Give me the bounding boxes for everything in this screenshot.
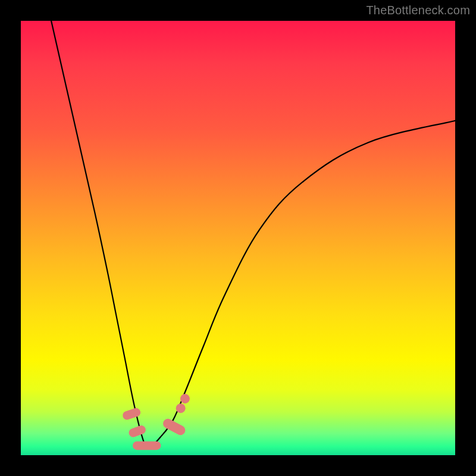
marker-dot bbox=[180, 394, 190, 403]
marker-pill bbox=[133, 441, 161, 450]
curve-markers bbox=[121, 394, 190, 450]
marker-pill bbox=[161, 417, 187, 437]
watermark-text: TheBottleneck.com bbox=[366, 4, 470, 17]
bottleneck-curve-path bbox=[51, 21, 455, 447]
bottleneck-curve-svg bbox=[21, 21, 455, 455]
marker-dot bbox=[176, 403, 186, 413]
marker-pill bbox=[121, 407, 142, 421]
chart-stage: TheBottleneck.com bbox=[0, 0, 476, 476]
plot-area bbox=[21, 21, 455, 455]
marker-pill bbox=[127, 424, 146, 439]
